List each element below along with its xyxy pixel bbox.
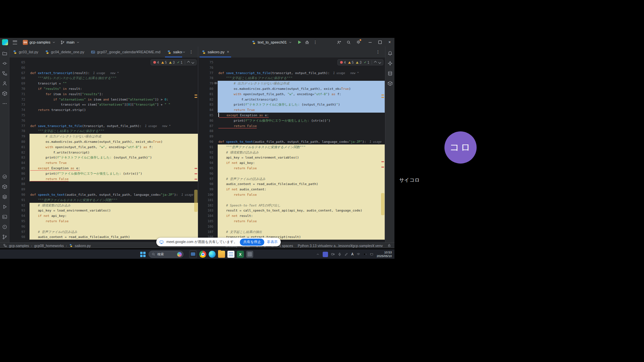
next-problem-icon[interactable] bbox=[378, 61, 381, 64]
line-number[interactable]: 76 bbox=[9, 118, 30, 123]
code-line[interactable]: 80 os.makedirs(os.path.dirname(output_fi… bbox=[9, 139, 198, 144]
code-line[interactable]: 93 api_key = load_environment_variables(… bbox=[9, 208, 198, 213]
scrollbar-thumb[interactable] bbox=[194, 190, 198, 212]
code-line[interactable]: 76 bbox=[9, 118, 198, 123]
edge-icon[interactable] bbox=[209, 251, 216, 258]
line-number[interactable]: 66 bbox=[9, 65, 30, 70]
code-line[interactable]: 88 bbox=[9, 181, 198, 187]
line-number[interactable]: 102 bbox=[198, 203, 218, 208]
code-line[interactable]: 86 print(f"ファイル保存中にエラーが発生しました: {str(e)}"… bbox=[198, 118, 385, 123]
line-number[interactable]: 92 bbox=[198, 150, 218, 155]
code-line[interactable]: 99 if not audio_content: bbox=[198, 187, 385, 192]
code-line[interactable]: 73 transcript += item["alternatives"][0]… bbox=[9, 102, 198, 107]
line-number[interactable]: 98 bbox=[198, 181, 218, 187]
main-menu-icon[interactable] bbox=[13, 41, 17, 44]
branch-widget[interactable]: main bbox=[58, 39, 82, 46]
code-line[interactable]: 104 if not result: bbox=[198, 213, 385, 219]
code-line[interactable]: 87 return False bbox=[9, 176, 198, 182]
code-line[interactable]: 68 """APIレスポンスから文字起こし結果を抽出する""" bbox=[9, 75, 198, 81]
code-line[interactable]: 107 # 文字起こし結果の抽出 bbox=[198, 229, 385, 235]
code-line[interactable]: 83 print(f"テキストファイルに保存しました: {output_file… bbox=[9, 155, 198, 160]
editor-left[interactable]: 4 5 3 ✓1 656667def extract_transcript(re… bbox=[9, 58, 198, 242]
services-tool-icon[interactable] bbox=[2, 194, 8, 199]
run-configuration-selector[interactable]: text_to_speech01 bbox=[249, 39, 294, 46]
line-number[interactable]: 93 bbox=[198, 155, 218, 160]
line-number[interactable]: 95 bbox=[198, 166, 218, 171]
next-problem-icon[interactable] bbox=[192, 61, 194, 64]
commit-tool-icon[interactable] bbox=[2, 61, 8, 66]
code-line[interactable]: 82 f.write(transcript) bbox=[198, 97, 385, 102]
line-number[interactable]: 98 bbox=[9, 234, 30, 240]
code-line[interactable]: 95 return False bbox=[9, 219, 198, 224]
code-line[interactable]: 83 print(f"テキストファイルに保存しました: {output_file… bbox=[198, 102, 385, 107]
line-number[interactable]: 90 bbox=[198, 139, 218, 144]
code-line[interactable]: 80 os.makedirs(os.path.dirname(output_fi… bbox=[198, 86, 385, 92]
previous-problem-icon[interactable] bbox=[187, 61, 190, 64]
scrollbar-thumb[interactable] bbox=[381, 193, 384, 215]
line-number[interactable]: 75 bbox=[198, 60, 218, 65]
code-line[interactable]: 77def save_transcript_to_file(transcript… bbox=[9, 123, 198, 129]
line-number[interactable]: 80 bbox=[9, 139, 30, 144]
line-number[interactable]: 84 bbox=[198, 107, 218, 113]
line-number[interactable]: 77 bbox=[198, 70, 218, 76]
line-number[interactable]: 67 bbox=[9, 70, 30, 76]
line-number[interactable]: 70 bbox=[9, 86, 30, 92]
line-number[interactable]: 74 bbox=[9, 107, 30, 113]
tray-expand-icon[interactable] bbox=[316, 252, 320, 256]
code-line[interactable]: 88 bbox=[198, 128, 385, 134]
line-number[interactable]: 86 bbox=[198, 118, 218, 123]
code-line[interactable]: 105 return False bbox=[198, 219, 385, 224]
tab-options-icon[interactable]: ⋮ bbox=[187, 50, 195, 54]
line-number[interactable]: 88 bbox=[9, 181, 30, 187]
line-number[interactable]: 101 bbox=[198, 197, 218, 203]
dark-app-icon[interactable] bbox=[189, 250, 197, 258]
code-line[interactable]: 91 """音声ファイルをテキストに変換するメイン関数""" bbox=[198, 144, 385, 150]
editor-tab[interactable]: saikoro.py× bbox=[164, 47, 182, 57]
ok-indicator[interactable]: ✓1 bbox=[364, 61, 369, 64]
line-number[interactable]: 88 bbox=[198, 128, 218, 134]
code-line[interactable]: 96 bbox=[9, 224, 198, 229]
search-everywhere-icon[interactable] bbox=[346, 40, 351, 45]
line-number[interactable]: 68 bbox=[9, 75, 30, 81]
editor-tab[interactable]: saikoro.py× bbox=[198, 47, 232, 57]
editor-right[interactable]: 4 5 3 ✓1 757677def save_transcript_to_fi… bbox=[198, 58, 385, 242]
line-number[interactable]: 86 bbox=[9, 171, 30, 176]
version-control-tool-icon[interactable] bbox=[2, 234, 8, 240]
hidden-tabs-icon[interactable] bbox=[182, 50, 186, 54]
line-number[interactable]: 90 bbox=[9, 192, 30, 197]
line-number[interactable]: 105 bbox=[198, 219, 218, 224]
project-widget[interactable]: GS gcp-samples bbox=[20, 39, 58, 46]
code-line[interactable]: 72 if "alternatives" in item and len(ite… bbox=[9, 97, 198, 102]
line-number[interactable]: 77 bbox=[9, 123, 30, 129]
line-number[interactable]: 94 bbox=[9, 213, 30, 219]
line-number[interactable]: 69 bbox=[9, 81, 30, 86]
code-line[interactable]: 100 return False bbox=[198, 192, 385, 197]
project-tool-icon[interactable] bbox=[2, 51, 8, 56]
code-line[interactable]: 101 bbox=[198, 197, 385, 203]
run-button[interactable] bbox=[298, 41, 301, 44]
previous-problem-icon[interactable] bbox=[374, 61, 377, 64]
ime-indicator[interactable]: A bbox=[351, 252, 354, 256]
code-line[interactable]: 94 if not api_key: bbox=[9, 213, 198, 219]
code-with-me-icon[interactable] bbox=[337, 40, 341, 45]
line-number[interactable]: 78 bbox=[198, 75, 218, 81]
pull-requests-tool-icon[interactable] bbox=[2, 81, 8, 86]
line-number[interactable]: 92 bbox=[9, 203, 30, 208]
close-tab-icon[interactable]: × bbox=[227, 50, 229, 54]
line-number[interactable]: 83 bbox=[198, 102, 218, 107]
line-number[interactable]: 82 bbox=[198, 97, 218, 102]
line-number[interactable]: 76 bbox=[198, 65, 218, 70]
weak-warnings-indicator[interactable]: 3 bbox=[169, 61, 175, 64]
more-run-actions-icon[interactable]: ⋮ bbox=[311, 40, 319, 45]
line-number[interactable]: 87 bbox=[9, 176, 30, 182]
line-number[interactable]: 103 bbox=[198, 208, 218, 213]
code-line[interactable]: 71 for item in result["results"]: bbox=[9, 92, 198, 97]
code-line[interactable]: 96 bbox=[198, 171, 385, 176]
line-number[interactable]: 89 bbox=[9, 187, 30, 192]
line-number[interactable]: 79 bbox=[198, 81, 218, 86]
python-packages-tool-icon[interactable] bbox=[2, 184, 8, 189]
minimize-button[interactable] bbox=[365, 38, 375, 47]
code-line[interactable]: 81 with open(output_file_path, "w", enco… bbox=[9, 144, 198, 150]
lock-status-icon[interactable] bbox=[387, 244, 391, 247]
line-number[interactable]: 104 bbox=[198, 213, 218, 219]
